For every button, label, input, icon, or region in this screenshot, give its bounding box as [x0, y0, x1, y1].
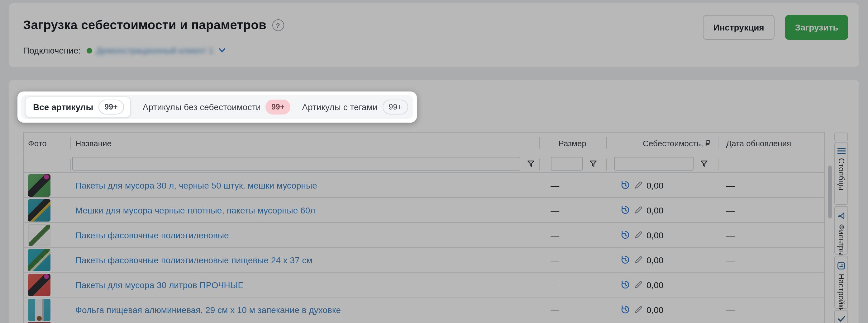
cost-cell: 0,00: [606, 198, 718, 222]
product-name-link[interactable]: Фольга пищевая алюминиевая, 29 см х 10 м…: [70, 304, 341, 315]
cost-wrap: 0,00: [606, 280, 718, 290]
name-cell: Мешки для мусора черные плотные, пакеты …: [70, 198, 539, 222]
size-value: —: [551, 230, 559, 240]
side-tab-selected[interactable]: [834, 310, 848, 323]
side-tab-settings[interactable]: Настройки: [834, 256, 848, 309]
product-photo[interactable]: [28, 298, 51, 321]
product-photo[interactable]: [28, 199, 51, 221]
products-table: Фото Название Размер Себестоимость, ₽ Да…: [23, 132, 825, 323]
table-row: Пакеты фасовочные полиэтиленовые —: [24, 223, 825, 248]
size-filter-input[interactable]: [551, 156, 582, 170]
size-value: —: [551, 304, 559, 315]
size-cell: —: [539, 173, 606, 197]
cost-value: 0,00: [647, 205, 663, 215]
cost-cell: 0,00: [606, 273, 718, 297]
side-tab-label: Столбцы: [837, 158, 845, 190]
updated-cell: —: [718, 198, 825, 222]
updated-cell: —: [718, 273, 825, 297]
product-name-link[interactable]: Пакеты для мусора 30 л, черные 50 штук, …: [70, 180, 317, 190]
table-row: Пакеты для мусора 30 л, черные 50 штук, …: [24, 173, 825, 198]
edit-pencil-icon[interactable]: [633, 230, 643, 240]
updated-value: —: [726, 205, 735, 215]
updated-value: —: [726, 230, 735, 240]
cost-value: 0,00: [647, 280, 663, 290]
history-icon[interactable]: [620, 205, 630, 215]
edit-pencil-icon[interactable]: [633, 280, 643, 289]
product-photo[interactable]: [28, 249, 51, 271]
history-icon[interactable]: [620, 280, 630, 289]
name-cell: Фольга пищевая алюминиевая, 29 см х 10 м…: [70, 297, 539, 322]
connection-label: Подключение:: [23, 45, 81, 56]
product-name-link[interactable]: Мешки для мусора черные плотные, пакеты …: [70, 205, 315, 215]
edit-pencil-icon[interactable]: [633, 305, 643, 314]
size-value: —: [551, 255, 559, 265]
name-cell: Пакеты для мусора 30 л, черные 50 штук, …: [70, 173, 539, 197]
size-value: —: [551, 280, 559, 290]
cost-value: 0,00: [647, 255, 663, 265]
size-cell: —: [539, 198, 606, 222]
edit-pencil-icon[interactable]: [633, 255, 643, 264]
cost-filter-input[interactable]: [614, 156, 693, 170]
tab-label: Артикулы с тегами: [302, 102, 377, 112]
help-icon[interactable]: ?: [272, 19, 284, 31]
product-name-link[interactable]: Пакеты фасовочные полиэтиленовые: [70, 230, 229, 240]
upload-button[interactable]: Загрузить: [785, 15, 848, 40]
edit-pencil-icon[interactable]: [633, 180, 643, 190]
edit-pencil-icon[interactable]: [633, 205, 643, 215]
page-background: Загрузка себестоимости и параметров ? По…: [0, 0, 868, 323]
filter-cell-photo: [24, 154, 70, 172]
tab-with-tags[interactable]: Артикулы с тегами 99+: [302, 100, 408, 114]
table-row: Пакеты для мусора 30 литров ПРОЧНЫЕ —: [24, 273, 825, 297]
updated-value: —: [726, 280, 735, 290]
table-body: Пакеты для мусора 30 л, черные 50 штук, …: [24, 173, 825, 322]
size-cell: —: [539, 297, 606, 322]
column-header-cost: Себестоимость, ₽: [606, 133, 718, 154]
cost-cell: 0,00: [606, 173, 718, 197]
settings-icon: [837, 261, 845, 270]
side-tab-label: Фильтры: [837, 224, 845, 256]
cost-wrap: 0,00: [606, 304, 718, 315]
history-icon[interactable]: [620, 230, 630, 240]
cost-cell: 0,00: [606, 223, 718, 247]
history-icon[interactable]: [620, 180, 630, 190]
product-photo[interactable]: [28, 174, 51, 196]
product-name-link[interactable]: Пакеты фасовочные полиэтиленовые пищевые…: [70, 255, 312, 265]
tab-without-cost[interactable]: Артикулы без себестоимости 99+: [143, 100, 290, 114]
connection-select[interactable]: Демонстрационный клиент 1: [96, 45, 213, 56]
instruction-button[interactable]: Инструкция: [703, 15, 775, 40]
tab-label: Артикулы без себестоимости: [143, 102, 261, 112]
filters-funnel-icon: [837, 212, 845, 220]
chevron-down-icon[interactable]: [219, 48, 225, 53]
filter-row: [24, 154, 825, 173]
size-cell: —: [539, 248, 606, 272]
cost-cell: 0,00: [606, 297, 718, 322]
tab-all-articles[interactable]: Все артикулы 99+: [25, 97, 131, 118]
size-funnel-icon[interactable]: [589, 159, 597, 168]
product-photo[interactable]: [28, 224, 51, 246]
history-icon[interactable]: [620, 305, 630, 314]
photo-cell: [24, 273, 70, 297]
cost-funnel-icon[interactable]: [700, 159, 708, 168]
column-header-size: Размер: [539, 133, 606, 154]
column-header-updated: Дата обновления: [718, 133, 825, 154]
size-value: —: [551, 205, 559, 215]
table-scrollbar[interactable]: [828, 166, 832, 218]
cost-cell: 0,00: [606, 248, 718, 272]
photo-cell: [24, 248, 70, 272]
filter-cell-updated: [718, 154, 825, 172]
updated-cell: —: [718, 297, 825, 322]
side-tab-columns[interactable]: Столбцы: [834, 142, 848, 205]
table-row: Мешки для мусора черные плотные, пакеты …: [24, 198, 825, 223]
cost-value: 0,00: [647, 230, 663, 240]
cost-wrap: 0,00: [606, 255, 718, 265]
side-panel-spacer: [834, 133, 848, 141]
side-tab-filters[interactable]: Фильтры: [834, 206, 848, 255]
cost-value: 0,00: [647, 304, 663, 315]
cost-wrap: 0,00: [606, 205, 718, 215]
name-funnel-icon[interactable]: [526, 159, 535, 168]
product-name-link[interactable]: Пакеты для мусора 30 литров ПРОЧНЫЕ: [70, 280, 244, 290]
name-filter-input[interactable]: [72, 156, 520, 170]
filter-cell-size: [539, 154, 606, 172]
product-photo[interactable]: [28, 274, 51, 296]
history-icon[interactable]: [620, 255, 630, 264]
